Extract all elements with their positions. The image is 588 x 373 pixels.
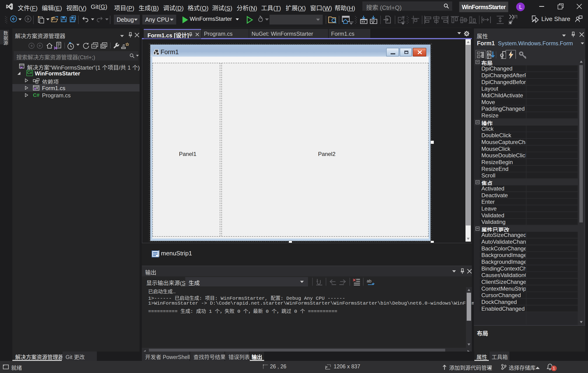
svg-text:+: + [478,55,479,58]
svg-text:A: A [488,51,490,55]
svg-text:ab: ab [367,279,371,283]
svg-text:Z: Z [488,55,490,59]
svg-text:+: + [478,52,479,54]
